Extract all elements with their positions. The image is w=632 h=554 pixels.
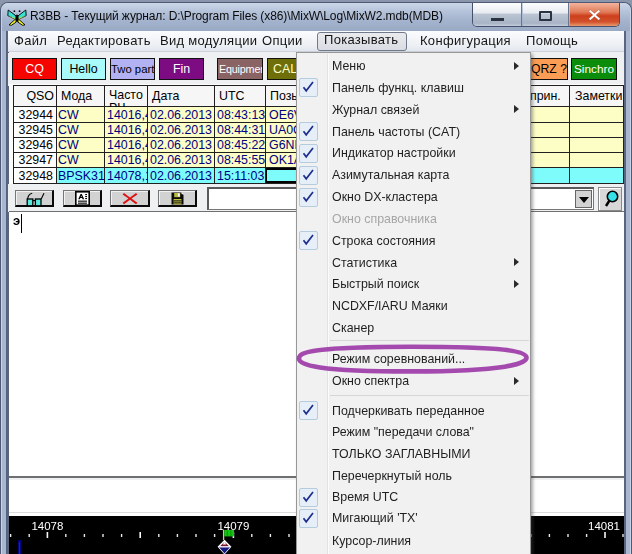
svg-text:14078: 14078 — [31, 520, 63, 532]
svg-text:14081: 14081 — [588, 520, 620, 532]
svg-text:14079: 14079 — [217, 520, 249, 532]
